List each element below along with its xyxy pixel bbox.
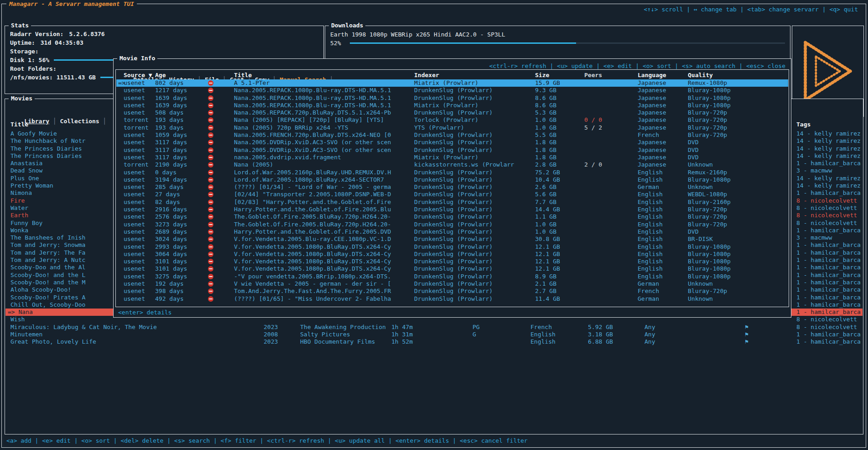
release-language: English — [638, 213, 663, 220]
movie-title: Scooby-Doo and the Al — [10, 264, 85, 271]
release-indexer: DrunkenSlug (Prowlarr) — [414, 251, 493, 258]
release-source: usenet — [124, 251, 145, 258]
movie-row[interactable]: Minutemen 2008 Salty Pictures 1h 31m G E… — [5, 331, 863, 338]
movie-row[interactable]: Great Photo, Lovely Life 2023 HBO Docume… — [5, 338, 863, 345]
search-result-row[interactable]: usenet 2576 days The.Goblet.Of.Fire.2005… — [116, 213, 788, 220]
column-header-peers[interactable]: Peers — [584, 72, 602, 79]
search-result-row[interactable]: usenet 3117 days Nana.2005.DVDRip.XviD.A… — [116, 147, 788, 154]
movie-size: 3.18 GB — [588, 331, 613, 338]
search-result-row[interactable]: usenet 3117 days nana.2005.dvdrip.xvid.f… — [116, 154, 788, 161]
release-size: 11.4 GB — [535, 295, 560, 303]
no-entry-icon — [208, 183, 213, 191]
release-size: 5.3 GB — [535, 109, 556, 116]
movie-row[interactable]: Miraculous: Ladybug & Cat Noir, The Movi… — [5, 324, 863, 331]
search-result-row[interactable]: usenet 492 days (????) [01/65] - "Miss U… — [116, 295, 788, 303]
search-result-row[interactable]: usenet 1217 days Nana.2005.REPACK.1080p.… — [116, 87, 788, 94]
release-age: 1059 days — [155, 131, 187, 139]
movie-tag: 14 - kelly ramirez — [796, 152, 861, 160]
release-size: 1.0 GB — [535, 228, 556, 235]
search-result-row[interactable]: usenet 508 days Nana.2005.REPACK.720p.Bl… — [116, 109, 788, 116]
release-source: usenet — [124, 176, 145, 183]
search-result-row[interactable]: usenet 398 days Tom.And.Jerry.The.Fast.A… — [116, 288, 788, 295]
modal-title: Movie Info — [117, 55, 157, 62]
modal-footer-keybind: <enter> details — [118, 309, 172, 316]
search-result-row[interactable]: usenet 3101 days V.for.Vendetta.2005.108… — [116, 258, 788, 265]
no-entry-icon — [208, 139, 213, 146]
release-size: 5.6 GB — [535, 191, 556, 198]
search-result-row[interactable]: usenet 3117 days Nana.2005.DVDRip.XviD.A… — [116, 139, 788, 146]
search-result-row[interactable]: torrent 193 days Nana (2005) 720p BRRip … — [116, 124, 788, 131]
search-result-row[interactable]: usenet 285 days (????) [01/34] - "Lord o… — [116, 183, 788, 191]
release-size: 12.1 GB — [535, 243, 560, 251]
search-result-row[interactable]: usenet 0 days Lord.of.War.2005.2160p.Blu… — [116, 169, 788, 176]
release-size: 2.6 GB — [535, 183, 556, 191]
release-age: 285 days — [155, 183, 184, 191]
search-result-row[interactable]: usenet 1639 days Nana.2005.REPACK.1080p.… — [116, 102, 788, 109]
release-title: V.for.Vendetta.2005.1080p.BluRay.DTS.x26… — [234, 258, 391, 265]
bottom-keybind-hints: <a> add | <e> edit | <o> sort | <del> de… — [6, 437, 528, 444]
search-result-row[interactable]: usenet 2689 days Harry.Potter.and.the.Go… — [116, 228, 788, 235]
search-result-row[interactable]: usenet 1639 days Nana.2005.REPACK.1080p.… — [116, 94, 788, 102]
column-header-indexer[interactable]: Indexer — [414, 72, 439, 79]
movie-tag: 1 - hamilcar_barca — [796, 160, 861, 167]
movie-tag: 1 - hamilcar_barca — [796, 301, 861, 309]
movie-info-modal: Movie Info DetailsHistoryFileCastCrewMan… — [113, 58, 791, 318]
search-result-row[interactable]: usenet 3275 days -"V pour vendetta.2005.… — [116, 273, 788, 280]
download-item[interactable]: Earth 1998 1080p WEBRip x265 Hindi AAC2.… — [330, 30, 785, 39]
search-result-row[interactable]: usenet 2993 days V.for.Vendetta.2005.108… — [116, 243, 788, 251]
column-header-release-title[interactable]: Title — [234, 72, 252, 79]
search-result-row[interactable]: usenet 192 days V wie Vendetta - 2005 - … — [116, 280, 788, 288]
release-source: usenet — [124, 235, 145, 243]
search-result-row[interactable]: usenet 27 days [02/44] "Transporter 2.20… — [116, 191, 788, 198]
release-title: Nana.2005.DVDRip.XviD.AC3-SVO (or other … — [234, 139, 391, 146]
column-header-age[interactable]: Age — [155, 72, 166, 79]
column-header-language[interactable]: Language — [638, 72, 666, 79]
release-indexer: DrunkenSlug (Prowlarr) — [414, 169, 493, 176]
no-entry-icon — [208, 169, 213, 176]
release-age: 3117 days — [155, 147, 187, 154]
release-title: A 5.1-PTer — [234, 79, 270, 87]
release-source: torrent — [124, 116, 149, 124]
search-result-row[interactable]: usenet 2916 days Harry.Potter.and.the.Go… — [116, 206, 788, 213]
release-age: 3194 days — [155, 176, 187, 183]
release-indexer: Miatrix (Prowlarr) — [414, 79, 478, 87]
search-result-row[interactable]: usenet 3024 days V.for.Vendetta.2005.Blu… — [116, 235, 788, 243]
search-result-row[interactable]: usenet 3101 days V.for.Vendetta.2005.108… — [116, 265, 788, 272]
release-indexer: DrunkenSlug (Prowlarr) — [414, 221, 493, 228]
movie-title: Funny Boy — [10, 220, 42, 227]
movie-title: Tom and Jerry: The Fa — [10, 249, 85, 256]
release-language: English — [638, 199, 663, 206]
movie-studio: HBO Documentary Films — [300, 338, 375, 345]
search-result-row[interactable]: usenet 82 days [02/83] "Harry.Potter.and… — [116, 199, 788, 206]
release-size: 10.4 GB — [535, 176, 560, 183]
release-title: Harry.Potter.and.the.Goblet.of.Fire.2005… — [234, 206, 391, 213]
release-size: 12.1 GB — [535, 258, 560, 265]
column-header-source[interactable]: Source ▼ — [124, 72, 152, 79]
movie-title: Plus One — [10, 175, 39, 182]
release-quality: Bluray-1080p — [688, 176, 731, 183]
search-result-row[interactable]: usenet 1059 days Nana.2005.FRENCH.720p.B… — [116, 131, 788, 139]
movie-tag: 1 - hamilcar_barca — [796, 189, 861, 197]
movie-tag: 8 - nicolecolvett — [796, 197, 857, 204]
no-entry-icon — [208, 147, 213, 154]
search-result-row[interactable]: => usenet 802 days A 5.1-PTer Miatrix (P… — [116, 79, 788, 87]
release-size: 8.6 GB — [535, 94, 556, 102]
release-quality: Unknown — [688, 295, 713, 303]
search-result-row[interactable]: torrent 2190 days Nana (2005) kickasstor… — [116, 161, 788, 168]
monitored-flag-icon: ⚑ — [745, 338, 748, 345]
column-header-quality[interactable]: Quality — [688, 72, 713, 79]
column-header-size[interactable]: Size — [535, 72, 549, 79]
release-indexer: DrunkenSlug (Prowlarr) — [414, 199, 493, 206]
movie-tag: 1 - hamilcar_barca — [796, 331, 861, 338]
search-result-row[interactable]: torrent 193 days Nana (2005) [REPACK] [7… — [116, 116, 788, 124]
search-result-row[interactable]: usenet 3064 days V.for.Vendetta.2005.108… — [116, 251, 788, 258]
release-language: German — [638, 280, 659, 288]
release-age: 2916 days — [155, 206, 187, 213]
release-title: Nana.2005.REPACK.1080p.Blu-ray.DTS-HD.MA… — [234, 87, 391, 94]
movie-tag: 14 - kelly ramirez — [796, 145, 861, 152]
search-result-row[interactable]: usenet 3194 days Lord.of.War.2005.1080p.… — [116, 176, 788, 183]
release-language: Japanese — [638, 147, 666, 154]
search-result-row[interactable]: usenet 3273 days The.Goblet.Of.Fire.2005… — [116, 221, 788, 228]
release-source: usenet — [124, 213, 145, 220]
release-peers: 0 / 0 — [584, 116, 602, 124]
